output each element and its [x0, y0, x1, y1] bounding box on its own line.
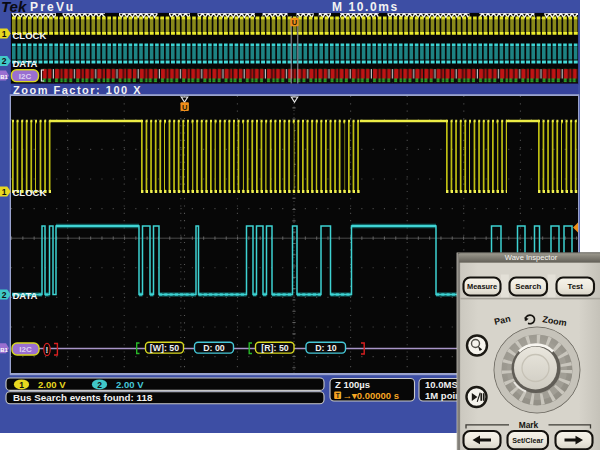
svg-text:D: 10: D: 10: [315, 343, 337, 353]
svg-text:Z 100µs: Z 100µs: [335, 379, 370, 390]
svg-text:DATA: DATA: [13, 290, 38, 301]
svg-text:B1: B1: [0, 74, 8, 80]
svg-text:U: U: [292, 18, 297, 27]
svg-text:2: 2: [97, 380, 102, 390]
svg-text:1: 1: [2, 29, 7, 39]
svg-text:2.00 V: 2.00 V: [38, 379, 66, 390]
svg-text:Wave Inspector: Wave Inspector: [505, 253, 558, 262]
svg-text:[W]: 50: [W]: 50: [150, 343, 179, 353]
svg-text:U: U: [182, 103, 187, 112]
svg-text:M 10.0ms: M 10.0ms: [332, 0, 399, 14]
svg-text:PreVu: PreVu: [30, 0, 75, 14]
svg-text:2.00 V: 2.00 V: [116, 379, 144, 390]
svg-text:I2C: I2C: [19, 72, 32, 81]
svg-text:CLOCK: CLOCK: [13, 187, 47, 198]
svg-text:Test: Test: [568, 282, 584, 291]
svg-text:Set/Clear: Set/Clear: [512, 436, 543, 445]
svg-text:B1: B1: [0, 347, 8, 353]
svg-text:[R]: 50: [R]: 50: [261, 343, 288, 353]
svg-text:I2C: I2C: [19, 345, 32, 354]
svg-text:2: 2: [2, 56, 7, 66]
svg-text:→▾0.00000 s: →▾0.00000 s: [343, 390, 400, 401]
svg-text:Search: Search: [515, 282, 541, 291]
svg-text:Mark: Mark: [519, 420, 539, 430]
svg-text:Bus Search events found: 118: Bus Search events found: 118: [13, 392, 153, 403]
svg-text:1: 1: [2, 187, 7, 197]
svg-text:CLOCK: CLOCK: [13, 30, 47, 41]
svg-text:2: 2: [2, 290, 7, 300]
svg-text:D: 00: D: 00: [203, 343, 225, 353]
svg-text:T: T: [336, 392, 340, 399]
svg-text:!: !: [46, 345, 49, 355]
svg-text:Zoom Factor: 100 X: Zoom Factor: 100 X: [13, 84, 142, 96]
svg-text:1: 1: [19, 380, 24, 390]
svg-text:DATA: DATA: [13, 58, 38, 69]
svg-text:Tek: Tek: [1, 0, 27, 15]
svg-text:Measure: Measure: [467, 282, 497, 291]
